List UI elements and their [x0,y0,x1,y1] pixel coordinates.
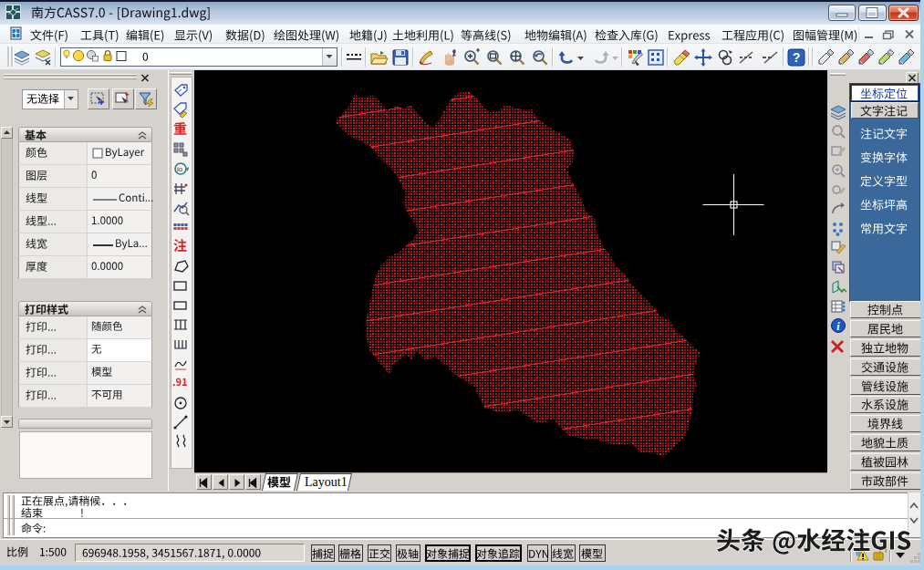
svg-text:?: ? [793,50,801,65]
svg-text:io: io [177,165,183,173]
